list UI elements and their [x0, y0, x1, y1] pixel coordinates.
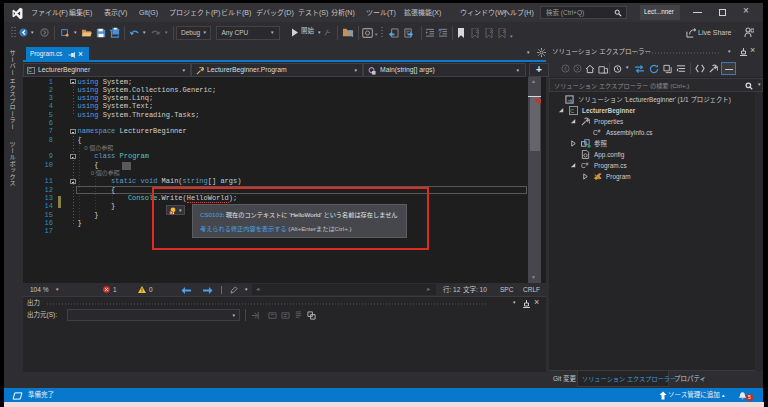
svg-text:C: C	[570, 108, 574, 114]
svg-text:?: ?	[438, 29, 442, 36]
svg-text:C: C	[28, 67, 32, 73]
